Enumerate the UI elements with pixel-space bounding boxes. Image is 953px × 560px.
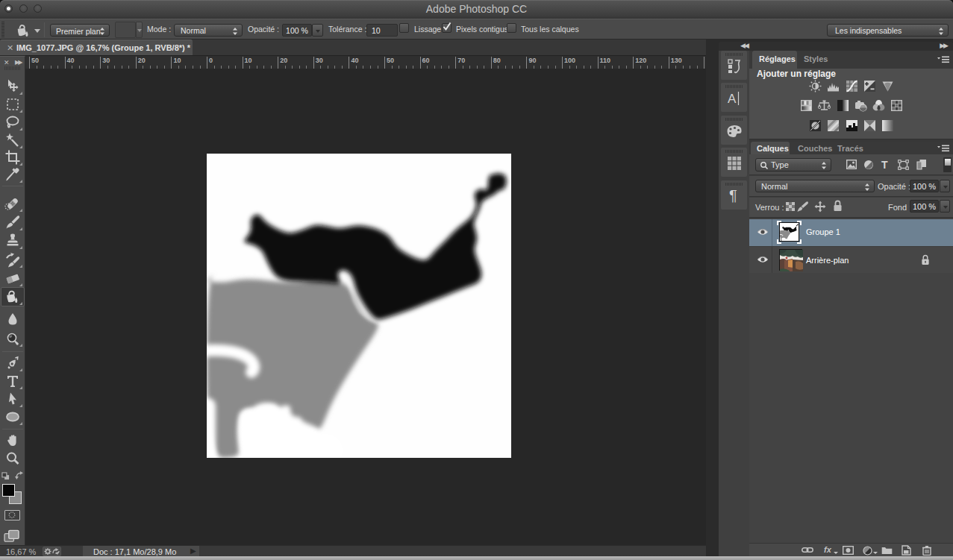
svg-text:¶: ¶ bbox=[729, 187, 737, 204]
svg-text:A: A bbox=[728, 92, 737, 106]
